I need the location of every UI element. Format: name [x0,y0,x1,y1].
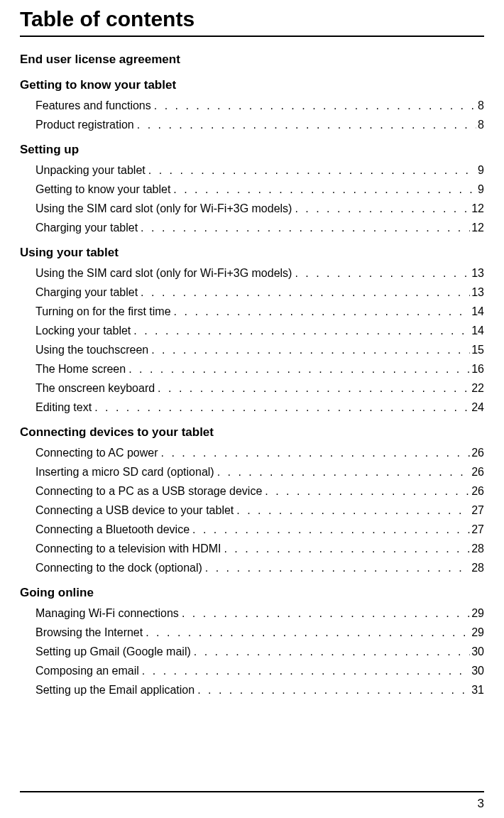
toc-entry-label: Setting up Gmail (Google mail) [35,645,191,658]
toc-leader-dots [295,267,470,280]
title-rule [20,36,484,37]
toc-leader-dots [151,344,470,356]
toc-entry-page: 26 [471,485,484,498]
toc-entry: The Home screen16 [35,363,484,376]
toc-entry-label: Connecting to a television with HDMI [35,542,221,555]
toc-leader-dots [265,485,470,498]
toc-leader-dots [158,382,470,395]
toc-entry: Browsing the Internet29 [35,626,484,639]
toc-entry-label: Connecting a Bluetooth device [35,523,190,536]
toc-entry-page: 27 [471,504,484,517]
toc-entry: Setting up Gmail (Google mail)30 [35,645,484,658]
footer-rule [20,791,484,792]
toc-entry: Using the touchscreen15 [35,344,484,356]
toc-entry: Connecting to AC power26 [35,447,484,459]
toc-entry-label: Unpacking your tablet [35,164,146,177]
toc-entry: Product registration8 [35,119,484,131]
section-heading: Setting up [20,143,484,157]
toc-leader-dots [174,305,471,318]
toc-entry-page: 9 [478,164,484,177]
toc-entry-page: 30 [471,665,484,677]
toc-entry-label: Using the touchscreen [35,344,148,356]
toc-entry-label: Browsing the Internet [35,626,143,639]
toc-entry-label: Getting to know your tablet [35,183,170,196]
section-heading: Using your tablet [20,246,484,260]
toc-leader-dots [146,626,470,639]
toc-entry: Using the SIM card slot (only for Wi-Fi+… [35,202,484,215]
toc-leader-dots [148,164,476,177]
toc-entry-label: Charging your tablet [35,222,138,234]
toc-entry-page: 27 [471,523,484,536]
toc-leader-dots [94,401,470,414]
toc-entry-label: Setting up the Email application [35,684,195,697]
section-heading: Getting to know your tablet [20,78,484,92]
toc-entry: Features and functions8 [35,99,484,112]
toc-entry-page: 8 [478,119,484,131]
toc-entry-label: Turning on for the first time [35,305,171,318]
toc-entry: Unpacking your tablet9 [35,164,484,177]
toc-entry-page: 15 [471,344,484,356]
toc-entry: Inserting a micro SD card (optional)26 [35,466,484,479]
toc-leader-dots [173,183,476,196]
toc-entry-page: 14 [471,325,484,337]
toc-leader-dots [205,562,470,574]
toc-entry-page: 29 [471,607,484,620]
toc-entry: Connecting a Bluetooth device27 [35,523,484,536]
toc-entry: The onscreen keyboard22 [35,382,484,395]
section-heading: End user license agreement [20,53,484,67]
toc-leader-dots [194,645,470,658]
toc-entry-label: The onscreen keyboard [35,382,155,395]
toc-container: End user license agreementGetting to kno… [20,53,484,697]
toc-entry: Getting to know your tablet9 [35,183,484,196]
toc-entry-label: Locking your tablet [35,325,131,337]
toc-entry-label: Connecting to a PC as a USB storage devi… [35,485,262,498]
toc-entry: Charging your tablet12 [35,222,484,234]
toc-entry: Using the SIM card slot (only for Wi-Fi+… [35,267,484,280]
toc-entry-page: 26 [471,466,484,479]
toc-entry-page: 13 [471,267,484,280]
toc-leader-dots [182,607,470,620]
toc-leader-dots [142,665,470,677]
toc-entry-page: 28 [471,542,484,555]
toc-leader-dots [133,325,470,337]
toc-entry: Composing an email30 [35,665,484,677]
toc-leader-dots [236,504,470,517]
toc-entry-page: 30 [471,645,484,658]
toc-leader-dots [197,684,470,697]
toc-entry-label: Charging your tablet [35,286,138,299]
toc-entry-page: 14 [471,305,484,318]
toc-entry-label: Connecting a USB device to your tablet [35,504,234,517]
toc-entry: Locking your tablet14 [35,325,484,337]
toc-entry-label: Using the SIM card slot (only for Wi-Fi+… [35,267,292,280]
toc-leader-dots [128,363,470,376]
toc-entry-page: 22 [471,382,484,395]
toc-entry-page: 29 [471,626,484,639]
toc-entry-label: Connecting to AC power [35,447,158,459]
toc-leader-dots [192,523,470,536]
toc-entry-label: Product registration [35,119,134,131]
toc-entry: Connecting to the dock (optional)28 [35,562,484,574]
toc-entry: Editing text24 [35,401,484,414]
page-title: Table of contents [20,7,484,31]
toc-entry: Charging your tablet13 [35,286,484,299]
toc-leader-dots [154,99,476,112]
page-number: 3 [478,797,484,811]
toc-leader-dots [295,202,470,215]
toc-leader-dots [137,119,476,131]
toc-entry-label: Composing an email [35,665,139,677]
toc-leader-dots [141,222,470,234]
toc-entry-page: 12 [471,202,484,215]
toc-leader-dots [224,542,470,555]
toc-entry-label: Connecting to the dock (optional) [35,562,202,574]
toc-entry-page: 12 [471,222,484,234]
toc-entry-label: Features and functions [35,99,151,112]
toc-leader-dots [217,466,471,479]
toc-entry-page: 8 [478,99,484,112]
toc-entry-label: Managing Wi-Fi connections [35,607,179,620]
toc-entry: Connecting to a television with HDMI28 [35,542,484,555]
toc-entry-label: Editing text [35,401,92,414]
toc-entry-page: 24 [471,401,484,414]
toc-entry-label: Inserting a micro SD card (optional) [35,466,214,479]
toc-entry-label: The Home screen [35,363,126,376]
toc-entry: Connecting a USB device to your tablet27 [35,504,484,517]
